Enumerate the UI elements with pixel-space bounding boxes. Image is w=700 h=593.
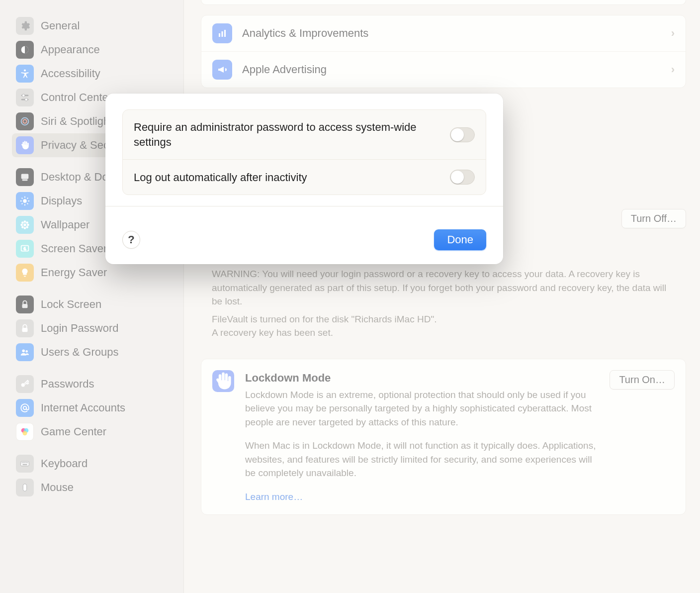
svg-point-24	[25, 350, 28, 353]
sidebar-item-label: Screen Saver	[41, 242, 107, 255]
svg-point-11	[23, 223, 26, 226]
filevault-status-2: A recovery key has been set.	[212, 326, 675, 340]
lockdown-body: Lockdown Mode Lockdown Mode is an extrem…	[245, 370, 599, 504]
flower-icon	[16, 216, 34, 234]
svg-point-23	[22, 350, 25, 353]
done-button[interactable]: Done	[434, 229, 486, 250]
svg-point-13	[24, 227, 26, 229]
sidebar-item-passwords[interactable]: Passwords	[12, 372, 176, 396]
modal-row-admin-password: Require an administrator password to acc…	[123, 110, 486, 159]
at-icon	[16, 399, 34, 417]
sidebar-group: Keyboard Mouse	[12, 452, 176, 499]
sidebar-item-label: Internet Accounts	[41, 401, 125, 414]
filevault-warning: WARNING: You will need your login passwo…	[212, 267, 675, 308]
row-label: Apple Advertising	[242, 63, 661, 76]
svg-point-1	[24, 70, 26, 72]
svg-point-6	[21, 118, 29, 125]
svg-point-4	[22, 94, 25, 97]
svg-rect-36	[22, 464, 27, 465]
sidebar-item-internet-accounts[interactable]: Internet Accounts	[12, 396, 176, 420]
sidebar-item-accessibility[interactable]: Accessibility	[12, 62, 176, 86]
advanced-settings-modal: Require an administrator password to acc…	[105, 94, 503, 264]
chart-icon	[212, 23, 232, 43]
svg-point-15	[27, 224, 29, 226]
sidebar-item-label: Users & Groups	[41, 346, 119, 359]
sidebar-item-appearance[interactable]: Appearance	[12, 38, 176, 62]
sidebar-item-general[interactable]: General	[12, 14, 176, 38]
sidebar-item-mouse[interactable]: Mouse	[12, 476, 176, 499]
card-analytics-advertising: Analytics & Improvements › Apple Adverti…	[201, 15, 686, 88]
sidebar-item-label: Wallpaper	[41, 218, 89, 231]
modal-row-auto-logout: Log out automatically after inactivity	[123, 159, 486, 195]
lockdown-p1: Lockdown Mode is an extreme, optional pr…	[245, 388, 599, 429]
svg-rect-38	[219, 33, 220, 37]
svg-point-18	[21, 226, 24, 228]
sidebar-item-energy-saver[interactable]: Energy Saver	[12, 261, 176, 285]
lockdown-learn-more-link[interactable]: Learn more…	[245, 492, 303, 502]
svg-rect-40	[224, 30, 226, 37]
svg-point-17	[26, 221, 28, 224]
lockdown-p2: When Mac is in Lockdown Mode, it will no…	[245, 439, 599, 480]
svg-rect-39	[222, 31, 223, 37]
row-advertising[interactable]: Apple Advertising ›	[201, 51, 686, 88]
gear-icon	[16, 17, 34, 35]
modal-separator	[105, 206, 503, 206]
lockdown-turn-on-button[interactable]: Turn On…	[610, 370, 675, 390]
sidebar-item-label: Keyboard	[41, 457, 88, 470]
toggle-auto-logout[interactable]	[450, 170, 475, 185]
sliders-icon	[16, 89, 34, 106]
appearance-icon	[16, 41, 34, 59]
lockdown-hand-icon	[212, 370, 234, 392]
help-button[interactable]: ?	[122, 231, 140, 249]
dock-icon	[16, 168, 34, 186]
svg-rect-22	[22, 328, 28, 332]
sidebar-item-label: Appearance	[41, 43, 100, 56]
sidebar: General Appearance Accessibility Control…	[0, 0, 184, 593]
sidebar-item-keyboard[interactable]: Keyboard	[12, 452, 176, 476]
row-label: Analytics & Improvements	[242, 27, 661, 40]
toggle-admin-password[interactable]	[450, 127, 475, 142]
siri-icon	[16, 112, 34, 130]
filevault-description: WARNING: You will need your login passwo…	[201, 267, 686, 340]
svg-point-29	[22, 431, 27, 435]
svg-point-7	[23, 119, 26, 123]
sidebar-item-lock-screen[interactable]: Lock Screen	[12, 293, 176, 316]
chevron-right-icon: ›	[671, 63, 675, 76]
svg-point-16	[21, 221, 24, 224]
svg-rect-21	[22, 304, 28, 308]
card-edge	[201, 0, 686, 5]
sidebar-item-game-center[interactable]: Game Center	[12, 420, 176, 444]
filevault-turn-off-button[interactable]: Turn Off…	[621, 209, 686, 228]
svg-point-25	[21, 383, 25, 387]
svg-point-14	[20, 224, 23, 226]
sun-icon	[16, 192, 34, 210]
modal-settings-list: Require an administrator password to acc…	[122, 109, 486, 195]
lockdown-title: Lockdown Mode	[245, 370, 599, 386]
filevault-status-1: FileVault is turned on for the disk "Ric…	[212, 312, 675, 326]
svg-point-12	[24, 220, 26, 223]
chevron-right-icon: ›	[671, 27, 675, 40]
svg-rect-32	[23, 462, 24, 463]
svg-point-10	[23, 199, 26, 202]
lockdown-action: Turn On…	[610, 370, 675, 504]
svg-rect-37	[23, 484, 26, 492]
svg-rect-30	[21, 461, 29, 466]
sidebar-item-users-groups[interactable]: Users & Groups	[12, 340, 176, 364]
sidebar-item-label: General	[41, 19, 80, 32]
filevault-turn-off-wrap: Turn Off…	[621, 209, 686, 228]
keyboard-icon	[16, 455, 34, 473]
sidebar-item-login-password[interactable]: Login Password	[12, 316, 176, 340]
svg-rect-34	[26, 462, 27, 463]
users-icon	[16, 343, 34, 361]
row-analytics[interactable]: Analytics & Improvements ›	[201, 15, 686, 51]
sidebar-item-label: Energy Saver	[41, 266, 107, 279]
svg-point-26	[23, 406, 26, 409]
sidebar-item-label: Passwords	[41, 378, 94, 391]
sidebar-item-label: Accessibility	[41, 67, 100, 80]
card-lockdown: Lockdown Mode Lockdown Mode is an extrem…	[201, 359, 686, 515]
mouse-icon	[16, 479, 34, 496]
lock-outline-icon	[16, 319, 34, 337]
moon-icon	[16, 240, 34, 258]
sidebar-item-label: Lock Screen	[41, 298, 101, 311]
lock-icon	[16, 296, 34, 313]
